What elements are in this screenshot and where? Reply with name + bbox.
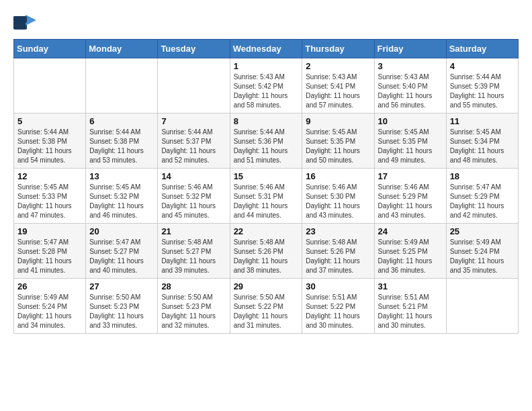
day-header-wednesday: Wednesday [230,40,302,58]
day-info: Sunrise: 5:49 AM Sunset: 5:24 PM Dayligh… [17,293,82,330]
day-info: Sunrise: 5:45 AM Sunset: 5:35 PM Dayligh… [378,128,443,165]
day-info: Sunrise: 5:43 AM Sunset: 5:41 PM Dayligh… [306,73,370,110]
day-number: 6 [89,116,154,126]
day-number: 9 [306,116,370,126]
day-info: Sunrise: 5:44 AM Sunset: 5:38 PM Dayligh… [17,128,82,165]
day-info: Sunrise: 5:48 AM Sunset: 5:26 PM Dayligh… [234,238,299,275]
day-info: Sunrise: 5:48 AM Sunset: 5:27 PM Dayligh… [161,238,226,275]
calendar-cell: 2Sunrise: 5:43 AM Sunset: 5:41 PM Daylig… [302,58,374,113]
calendar-body: 1Sunrise: 5:43 AM Sunset: 5:42 PM Daylig… [14,58,519,334]
calendar-cell: 7Sunrise: 5:44 AM Sunset: 5:37 PM Daylig… [158,113,230,169]
day-number: 5 [17,116,82,126]
day-info: Sunrise: 5:46 AM Sunset: 5:30 PM Dayligh… [306,183,370,220]
day-number: 23 [306,226,370,236]
calendar-week-2: 5Sunrise: 5:44 AM Sunset: 5:38 PM Daylig… [14,113,519,169]
calendar-cell: 9Sunrise: 5:45 AM Sunset: 5:35 PM Daylig… [302,113,374,169]
day-number: 24 [378,226,443,236]
day-number: 12 [17,171,82,181]
day-number: 25 [450,226,515,236]
day-number: 4 [450,61,515,71]
calendar-cell: 29Sunrise: 5:50 AM Sunset: 5:22 PM Dayli… [230,279,302,334]
day-header-saturday: Saturday [446,40,518,58]
day-number: 22 [234,226,299,236]
day-info: Sunrise: 5:50 AM Sunset: 5:23 PM Dayligh… [161,293,226,330]
day-number: 16 [306,171,370,181]
calendar-cell: 19Sunrise: 5:47 AM Sunset: 5:28 PM Dayli… [14,224,86,279]
day-info: Sunrise: 5:44 AM Sunset: 5:37 PM Dayligh… [161,128,226,165]
day-info: Sunrise: 5:51 AM Sunset: 5:21 PM Dayligh… [378,293,443,330]
day-info: Sunrise: 5:51 AM Sunset: 5:22 PM Dayligh… [306,293,370,330]
calendar-header-row: SundayMondayTuesdayWednesdayThursdayFrid… [14,40,519,58]
day-info: Sunrise: 5:45 AM Sunset: 5:33 PM Dayligh… [17,183,82,220]
svg-rect-2 [13,16,27,23]
day-info: Sunrise: 5:49 AM Sunset: 5:24 PM Dayligh… [450,238,515,275]
calendar-cell: 4Sunrise: 5:44 AM Sunset: 5:39 PM Daylig… [446,58,518,113]
calendar-cell: 23Sunrise: 5:48 AM Sunset: 5:26 PM Dayli… [302,224,374,279]
day-number: 2 [306,61,370,71]
day-number: 8 [234,116,299,126]
day-header-thursday: Thursday [302,40,374,58]
calendar-cell: 15Sunrise: 5:46 AM Sunset: 5:31 PM Dayli… [230,169,302,224]
calendar-cell: 28Sunrise: 5:50 AM Sunset: 5:23 PM Dayli… [158,279,230,334]
day-info: Sunrise: 5:45 AM Sunset: 5:32 PM Dayligh… [89,183,154,220]
calendar: SundayMondayTuesdayWednesdayThursdayFrid… [13,39,519,334]
day-number: 27 [89,281,154,291]
calendar-cell [86,58,158,113]
day-info: Sunrise: 5:44 AM Sunset: 5:38 PM Dayligh… [89,128,154,165]
calendar-cell: 3Sunrise: 5:43 AM Sunset: 5:40 PM Daylig… [374,58,446,113]
calendar-cell: 31Sunrise: 5:51 AM Sunset: 5:21 PM Dayli… [374,279,446,334]
logo-icon [13,13,36,32]
calendar-cell: 12Sunrise: 5:45 AM Sunset: 5:33 PM Dayli… [14,169,86,224]
day-number: 1 [234,61,299,71]
header [13,13,519,32]
day-number: 13 [89,171,154,181]
day-number: 14 [161,171,226,181]
calendar-cell: 16Sunrise: 5:46 AM Sunset: 5:30 PM Dayli… [302,169,374,224]
calendar-cell: 17Sunrise: 5:46 AM Sunset: 5:29 PM Dayli… [374,169,446,224]
calendar-cell: 13Sunrise: 5:45 AM Sunset: 5:32 PM Dayli… [86,169,158,224]
day-info: Sunrise: 5:44 AM Sunset: 5:39 PM Dayligh… [450,73,515,110]
day-header-tuesday: Tuesday [158,40,230,58]
calendar-cell: 18Sunrise: 5:47 AM Sunset: 5:29 PM Dayli… [446,169,518,224]
calendar-cell [14,58,86,113]
calendar-week-4: 19Sunrise: 5:47 AM Sunset: 5:28 PM Dayli… [14,224,519,279]
calendar-cell: 5Sunrise: 5:44 AM Sunset: 5:38 PM Daylig… [14,113,86,169]
day-number: 11 [450,116,515,126]
calendar-week-5: 26Sunrise: 5:49 AM Sunset: 5:24 PM Dayli… [14,279,519,334]
calendar-cell: 1Sunrise: 5:43 AM Sunset: 5:42 PM Daylig… [230,58,302,113]
day-info: Sunrise: 5:43 AM Sunset: 5:40 PM Dayligh… [378,73,443,110]
day-number: 19 [17,226,82,236]
calendar-cell: 25Sunrise: 5:49 AM Sunset: 5:24 PM Dayli… [446,224,518,279]
day-info: Sunrise: 5:46 AM Sunset: 5:32 PM Dayligh… [161,183,226,220]
calendar-week-3: 12Sunrise: 5:45 AM Sunset: 5:33 PM Dayli… [14,169,519,224]
day-info: Sunrise: 5:44 AM Sunset: 5:36 PM Dayligh… [234,128,299,165]
day-info: Sunrise: 5:45 AM Sunset: 5:34 PM Dayligh… [450,128,515,165]
svg-marker-1 [26,15,36,26]
day-info: Sunrise: 5:46 AM Sunset: 5:29 PM Dayligh… [378,183,443,220]
calendar-cell: 26Sunrise: 5:49 AM Sunset: 5:24 PM Dayli… [14,279,86,334]
calendar-cell: 14Sunrise: 5:46 AM Sunset: 5:32 PM Dayli… [158,169,230,224]
day-info: Sunrise: 5:48 AM Sunset: 5:26 PM Dayligh… [306,238,370,275]
day-info: Sunrise: 5:50 AM Sunset: 5:22 PM Dayligh… [234,293,299,330]
calendar-week-1: 1Sunrise: 5:43 AM Sunset: 5:42 PM Daylig… [14,58,519,113]
day-header-friday: Friday [374,40,446,58]
day-info: Sunrise: 5:47 AM Sunset: 5:29 PM Dayligh… [450,183,515,220]
day-number: 18 [450,171,515,181]
calendar-cell: 6Sunrise: 5:44 AM Sunset: 5:38 PM Daylig… [86,113,158,169]
day-number: 10 [378,116,443,126]
day-info: Sunrise: 5:47 AM Sunset: 5:27 PM Dayligh… [89,238,154,275]
day-info: Sunrise: 5:43 AM Sunset: 5:42 PM Dayligh… [234,73,299,110]
day-number: 7 [161,116,226,126]
calendar-cell: 21Sunrise: 5:48 AM Sunset: 5:27 PM Dayli… [158,224,230,279]
day-number: 21 [161,226,226,236]
day-number: 3 [378,61,443,71]
day-number: 15 [234,171,299,181]
day-number: 26 [17,281,82,291]
day-number: 29 [234,281,299,291]
calendar-cell [158,58,230,113]
day-info: Sunrise: 5:46 AM Sunset: 5:31 PM Dayligh… [234,183,299,220]
day-header-monday: Monday [86,40,158,58]
logo [13,13,40,32]
calendar-cell: 22Sunrise: 5:48 AM Sunset: 5:26 PM Dayli… [230,224,302,279]
day-info: Sunrise: 5:50 AM Sunset: 5:23 PM Dayligh… [89,293,154,330]
